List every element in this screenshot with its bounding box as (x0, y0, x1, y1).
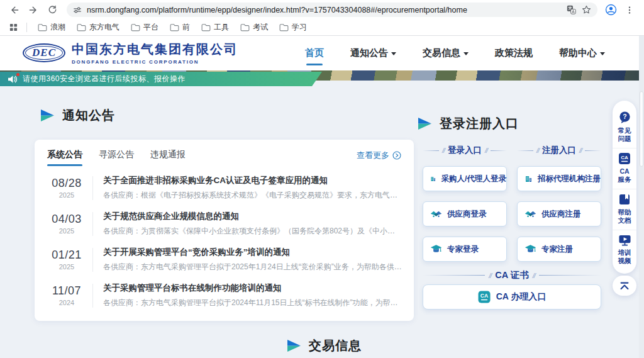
page: nsrm.dongfang.com/platform/runtime/epp/d… (0, 0, 644, 358)
notice-year: 2024 (47, 299, 86, 306)
dec-logo-icon: DEC (23, 43, 65, 62)
bookmark-folder[interactable]: 前 (170, 22, 190, 33)
url-bar[interactable]: nsrm.dongfang.com/platform/runtime/epp/d… (67, 3, 597, 17)
help-docs-shortcut[interactable]: 帮助文档 (613, 189, 636, 230)
entry-buttons: 采购人/代理人登录 招标代理机构注册 供应商登录 供应商注册 专家登录 专家注册 (423, 166, 601, 262)
bookmark-folder[interactable]: 考试 (240, 22, 268, 33)
reload-icon[interactable] (45, 3, 60, 18)
profile-icon[interactable] (603, 3, 618, 18)
bidding-agency-register-button[interactable]: 招标代理机构注册 (517, 166, 601, 191)
nav-item-notices[interactable]: 通知公告 (350, 45, 396, 62)
faq-shortcut[interactable]: ? 常见问题 (613, 107, 636, 148)
bookmarks-divider (26, 23, 27, 32)
nav-item-home[interactable]: 首页 (305, 45, 324, 62)
folder-icon (279, 24, 289, 31)
expert-register-button[interactable]: 专家注册 (517, 237, 601, 262)
back-to-top-button[interactable] (613, 276, 636, 296)
section-title: 交易信息 (309, 337, 362, 354)
handshake-icon (430, 210, 442, 219)
register-group-label: // 注册入口 // (517, 145, 601, 156)
notice-list-item[interactable]: 04/032025 关于规范供应商企业规模信息的通知 各供应商：为贯彻落实《保障… (35, 206, 414, 242)
back-icon[interactable] (7, 3, 22, 18)
notice-card: 系统公告 寻源公告 违规通报 查看更多 08/282025 关于全面推进非招标采… (35, 140, 414, 321)
ca-apply-button[interactable]: CA CA 办理入口 (423, 284, 601, 310)
video-icon (618, 234, 631, 246)
chevron-down-icon (600, 52, 605, 55)
site-info-icon[interactable] (73, 6, 82, 14)
bookmark-folder[interactable]: 浪潮 (38, 22, 65, 33)
section-title: 登录注册入口 (440, 115, 519, 132)
brand-logo[interactable]: DEC 中国东方电气集团有限公司 DONGFANG ELECTRIC CORPO… (23, 41, 238, 65)
notice-list-item[interactable]: 11/072024 关于采购管理平台标书在线制作功能培训的通知 各供应商：东方电… (35, 277, 414, 313)
translate-icon[interactable] (567, 5, 576, 14)
tab-violation-reports[interactable]: 违规通报 (150, 149, 186, 166)
notice-summary: 各供应商：东方电气采购管理平台拟于2024年11月15日上线“标书在线制作”功能… (103, 298, 402, 308)
page-scrollbar[interactable] (639, 36, 644, 358)
notice-title: 关于采购管理平台标书在线制作功能培训的通知 (103, 282, 402, 294)
notice-year: 2025 (47, 263, 86, 271)
nav-item-trade-info[interactable]: 交易信息 (423, 45, 469, 62)
notice-list-item[interactable]: 01/212025 关于开展采购管理平台“竞价采购业务”培训的通知 各供应商：东… (35, 242, 414, 277)
notice-title: 关于开展采购管理平台“竞价采购业务”培训的通知 (103, 247, 402, 258)
alert-dot (16, 73, 19, 76)
login-group-label: // 登录入口 // (423, 145, 507, 156)
folder-icon (131, 24, 140, 31)
document-icon (618, 193, 631, 206)
floating-side-rail: ? 常见问题 CA CA服务 帮助文档 培训视频 (613, 101, 636, 274)
divider (92, 248, 93, 272)
bookmark-label: 平台 (143, 22, 158, 33)
notice-tabs: 系统公告 寻源公告 违规通报 查看更多 (35, 140, 414, 166)
supplier-login-button[interactable]: 供应商登录 (423, 201, 507, 227)
expert-login-button[interactable]: 专家登录 (423, 237, 507, 262)
building-icon (525, 174, 533, 184)
folder-icon (240, 24, 250, 31)
ticker-message: 请使用360安全浏览器进行后续投标、报价操作 (23, 74, 186, 84)
notice-list: 08/282025 关于全面推进非招标采购业务CA认证及电子签章应用的通知 各供… (35, 166, 414, 313)
handshake-icon (525, 210, 536, 219)
bookmark-folder[interactable]: 学习 (279, 22, 307, 33)
folder-icon (170, 24, 179, 31)
menu-icon[interactable] (622, 3, 637, 18)
company-name-en: DONGFANG ELECTRIC CORPORATION (72, 59, 238, 65)
notices-section-heading: 通知公告 (40, 107, 115, 124)
tab-system-notices[interactable]: 系统公告 (47, 149, 82, 166)
section-arrow-icon (286, 339, 301, 352)
tab-sourcing-notices[interactable]: 寻源公告 (99, 149, 134, 166)
training-videos-shortcut[interactable]: 培训视频 (613, 230, 636, 270)
chevron-down-icon (464, 52, 469, 55)
folder-icon (77, 24, 86, 31)
bookmark-folder[interactable]: 东方电气 (77, 22, 119, 33)
bookmark-label: 东方电气 (89, 22, 119, 33)
ca-service-shortcut[interactable]: CA CA服务 (613, 148, 636, 189)
divider (92, 212, 93, 236)
url-text: nsrm.dongfang.com/platform/runtime/epp/d… (87, 6, 562, 14)
divider (92, 176, 93, 200)
trade-section-heading: 交易信息 (286, 337, 362, 354)
nav-item-policies[interactable]: 政策法规 (495, 45, 533, 62)
speaker-icon (8, 75, 18, 84)
apps-grid-icon[interactable] (7, 21, 19, 34)
ca-group-label: // CA 证书 // (423, 269, 601, 281)
back-to-top-icon (619, 281, 630, 291)
nav-item-help-center[interactable]: 帮助中心 (559, 45, 605, 62)
browser-toolbar: nsrm.dongfang.com/platform/runtime/epp/d… (0, 0, 644, 20)
bookmark-folder[interactable]: 工具 (201, 22, 229, 33)
forward-icon[interactable] (26, 3, 41, 18)
folder-icon (38, 24, 47, 31)
bookmark-label: 学习 (292, 22, 307, 33)
circle-arrow-icon (392, 151, 401, 160)
bookmark-star-icon[interactable] (582, 5, 591, 14)
dec-logo-text: DEC (32, 47, 56, 59)
scrollbar-thumb[interactable] (640, 91, 643, 167)
notice-date: 04/03 (47, 213, 86, 226)
notice-summary: 各供应商：根据《电子招标投标系统技术规范》《电子采购交易规范》要求，东方电气采购… (103, 190, 402, 201)
svg-text:CA: CA (480, 293, 488, 299)
buyer-agent-login-button[interactable]: 采购人/代理人登录 (423, 166, 507, 191)
company-name-cn: 中国东方电气集团有限公司 (72, 41, 238, 58)
section-arrow-icon (417, 117, 432, 130)
view-more-link[interactable]: 查看更多 (357, 150, 401, 166)
notice-list-item[interactable]: 08/282025 关于全面推进非招标采购业务CA认证及电子签章应用的通知 各供… (35, 170, 414, 206)
bookmark-folder[interactable]: 平台 (131, 22, 158, 33)
bookmark-label: 前 (182, 22, 190, 33)
supplier-register-button[interactable]: 供应商注册 (517, 201, 601, 227)
